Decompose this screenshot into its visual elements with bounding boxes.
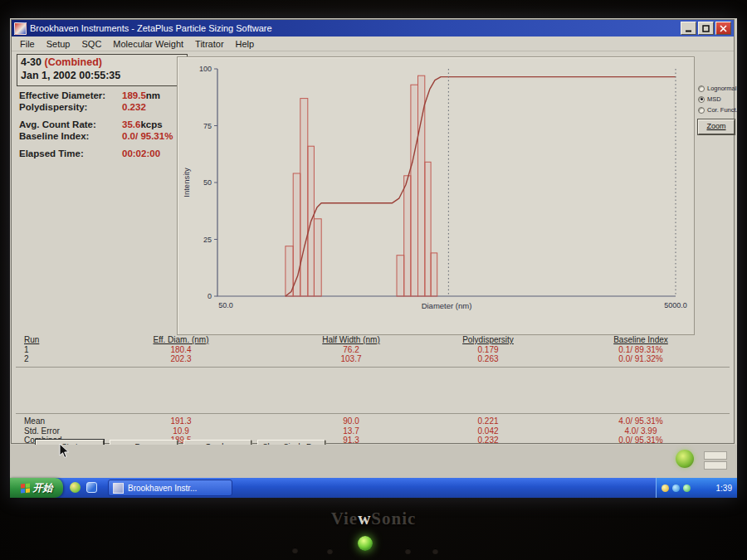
sample-info-box: 4-30 (Combined) Jan 1, 2002 00:55:35 [17, 54, 188, 86]
monitor-menu-button[interactable] [432, 548, 438, 554]
lognormal-radio-icon[interactable] [698, 85, 705, 92]
desktop-shortcut-icon[interactable] [676, 450, 694, 468]
avg-count-rate-row: Avg. Count Rate: 35.6 kcps [19, 119, 193, 130]
table-row: 2 202.3 103.7 0.263 0.0/ 91.32% [19, 354, 731, 364]
desktop [10, 445, 737, 478]
size-distribution-chart: 025507510050.05000.0Diameter (nm)Intensi… [178, 57, 692, 333]
run-datetime: Jan 1, 2002 00:55:35 [21, 69, 183, 82]
taskbar: 开始 Brookhaven Instr... 1:39 [10, 478, 737, 498]
msd-radio-icon[interactable] [698, 96, 705, 103]
svg-text:50.0: 50.0 [218, 301, 233, 309]
cor-funct-radio-icon[interactable] [698, 107, 705, 114]
svg-text:Intensity: Intensity [182, 168, 191, 197]
app-window: Brookhaven Instruments - ZetaPlus Partic… [11, 19, 735, 444]
run-id: 4-30 [21, 56, 42, 68]
size-distribution-chart-panel: 025507510050.05000.0Diameter (nm)Intensi… [177, 56, 695, 335]
tray-icon[interactable] [683, 485, 691, 492]
start-menu-button[interactable]: 开始 [10, 478, 63, 498]
client-area: 4-30 (Combined) Jan 1, 2002 00:55:35 Eff… [12, 51, 733, 442]
table-row: 1 180.4 76.2 0.179 0.1/ 89.31% [19, 345, 731, 355]
window-title: Brookhaven Instruments - ZetaPlus Partic… [30, 23, 677, 33]
menu-molecular-weight[interactable]: Molecular Weight [107, 38, 189, 50]
table-header-row: Run Eff. Diam. (nm) Half Width (nm) Poly… [19, 335, 731, 345]
menu-sqc[interactable]: SQC [76, 38, 107, 50]
polydispersity-row: Polydispersity: 0.232 [19, 101, 193, 113]
tray-icon[interactable] [662, 485, 669, 492]
taskbar-task-brookhaven[interactable]: Brookhaven Instr... [108, 480, 232, 496]
minimize-button[interactable] [681, 22, 696, 35]
title-bar: Brookhaven Instruments - ZetaPlus Partic… [12, 20, 734, 37]
plot-options: Lognormal MSD Cor. Funct. Zoom [698, 85, 736, 134]
quick-launch [70, 482, 97, 493]
monitor-brand-logo: ViewSonic [0, 509, 747, 529]
close-button[interactable] [715, 22, 731, 35]
taskbar-clock: 1:39 [716, 484, 732, 493]
mouse-cursor-icon [59, 443, 71, 460]
run-mode: (Combined) [45, 56, 102, 68]
runs-table: Run Eff. Diam. (nm) Half Width (nm) Poly… [19, 335, 731, 364]
app-icon [14, 22, 27, 35]
baseline-index-row: Baseline Index: 0.0/ 95.31% [19, 130, 193, 142]
tray-icon[interactable] [672, 485, 680, 492]
monitor-menu-button[interactable] [327, 548, 333, 554]
monitor-menu-button[interactable] [405, 548, 411, 554]
maximize-button[interactable] [698, 22, 714, 35]
menu-bar: File Setup SQC Molecular Weight Titrator… [12, 37, 734, 51]
menu-titrator[interactable]: Titrator [189, 38, 229, 50]
menu-file[interactable]: File [14, 38, 41, 50]
svg-text:75: 75 [203, 122, 212, 130]
svg-text:5000.0: 5000.0 [664, 301, 687, 309]
desktop-label [704, 451, 727, 460]
stats-separator [16, 413, 730, 414]
monitor-menu-button[interactable] [292, 548, 298, 553]
system-tray: 1:39 [656, 478, 737, 498]
svg-text:25: 25 [203, 236, 212, 244]
effective-diameter-row: Effective Diameter: 189.5 nm [19, 90, 193, 101]
quick-launch-icon[interactable] [70, 482, 81, 493]
svg-text:0: 0 [208, 292, 212, 300]
svg-text:Diameter (nm): Diameter (nm) [422, 301, 472, 310]
radio-msd[interactable]: MSD [698, 95, 736, 103]
table-row-std-error: Std. Error 10.9 13.7 0.042 4.0/ 3.99 [19, 426, 731, 436]
windows-flag-icon [21, 483, 30, 493]
radio-cor-funct[interactable]: Cor. Funct. [698, 106, 736, 114]
menu-help[interactable]: Help [230, 38, 261, 50]
svg-text:50: 50 [203, 178, 212, 187]
svg-text:100: 100 [199, 65, 212, 73]
screen: Brookhaven Instruments - ZetaPlus Partic… [10, 18, 737, 498]
monitor-bezel: Brookhaven Instruments - ZetaPlus Partic… [0, 0, 747, 560]
internet-explorer-icon[interactable] [86, 482, 97, 493]
zoom-button[interactable]: Zoom [698, 119, 735, 134]
desktop-label [704, 461, 727, 470]
radio-lognormal[interactable]: Lognormal [698, 85, 736, 92]
window-controls [681, 22, 731, 35]
task-window-icon [113, 483, 124, 494]
table-row-mean: Mean 191.3 90.0 0.221 4.0/ 95.31% [19, 416, 731, 426]
monitor-power-button[interactable] [358, 536, 373, 551]
table-separator [16, 367, 730, 368]
results-summary: Effective Diameter: 189.5 nm Polydispers… [19, 90, 193, 159]
menu-setup[interactable]: Setup [41, 38, 76, 50]
elapsed-time-row: Elapsed Time: 00:02:00 [19, 148, 193, 159]
